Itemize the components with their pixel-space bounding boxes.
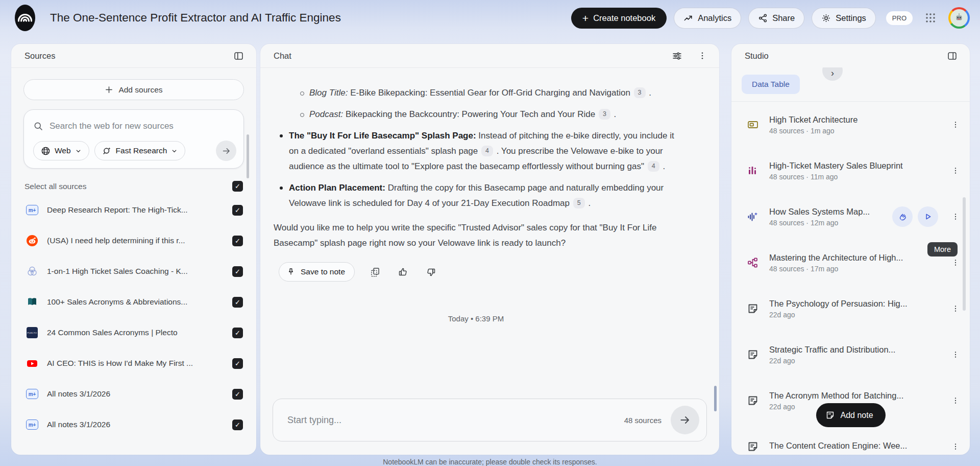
citation-chip[interactable]: 4 <box>481 146 493 156</box>
chat-sub-bullet: Blog Title: E-Bike Bikepacking: Essentia… <box>274 85 678 101</box>
source-row[interactable]: AI CEO: THIS is How I'd Make My First ..… <box>11 348 256 379</box>
pro-badge: PRO <box>886 11 913 25</box>
studio-panel: Studio Data Table › High Ticket Architec… <box>731 44 970 455</box>
web-chip-label: Web <box>55 146 71 155</box>
data-table-chip[interactable]: Data Table <box>742 75 800 94</box>
chat-message: Blog Title: E-Bike Bikepacking: Essentia… <box>260 68 719 327</box>
source-row[interactable]: 1-on-1 High Ticket Sales Coaching - K... <box>11 256 256 287</box>
save-to-note-button[interactable]: Save to note <box>279 262 355 282</box>
source-checkbox[interactable] <box>232 358 243 369</box>
source-row[interactable]: m+ All notes 3/1/2026 <box>11 409 256 440</box>
citation-chip[interactable]: 3 <box>599 109 610 120</box>
collapse-studio-panel-icon[interactable] <box>945 49 960 63</box>
chat-closing-question: Would you like me to help you write the … <box>274 220 678 251</box>
chat-sub-bullet: Podcast: Bikepacking the Backcountry: Po… <box>274 107 678 122</box>
source-row[interactable]: 100+ Sales Acronyms & Abbreviations... <box>11 287 256 317</box>
youtube-icon <box>26 357 39 370</box>
studio-item-row[interactable]: How Sales Systems Map... 48 sources · 12… <box>731 194 970 240</box>
studio-item-menu-icon[interactable] <box>948 164 963 178</box>
studio-item-menu-icon[interactable] <box>948 393 963 408</box>
studio-item-menu-icon[interactable] <box>948 301 963 316</box>
collapse-sources-panel-icon[interactable] <box>231 49 246 63</box>
notebooklm-logo-icon[interactable] <box>14 4 36 32</box>
bullet-text: Bikepacking the Backcountry: Powering Yo… <box>346 109 595 119</box>
notebook-title[interactable]: The One-Sentence Profit Extractor and AI… <box>50 11 341 25</box>
submit-search-button[interactable] <box>216 141 236 161</box>
sources-scrollbar[interactable] <box>247 134 249 178</box>
citation-chip[interactable]: 4 <box>648 161 659 172</box>
play-icon[interactable] <box>918 206 938 227</box>
create-notebook-button[interactable]: + Create notebook <box>571 8 667 29</box>
source-checkbox[interactable] <box>232 236 243 246</box>
source-checkbox[interactable] <box>232 420 243 430</box>
chat-panel: Chat Blog Title: E-Bike Bikepacking: Ess… <box>260 44 719 455</box>
chat-input[interactable] <box>287 415 624 426</box>
studio-item-menu-icon[interactable] <box>948 209 963 224</box>
studio-item-row[interactable]: Strategic Traffic and Distribution... 22… <box>731 332 970 378</box>
avatar[interactable] <box>948 7 970 29</box>
source-title: All notes 3/1/2026 <box>47 420 224 429</box>
studio-item-meta: 22d ago <box>769 357 938 365</box>
studio-item-meta: 48 sources · 11m ago <box>769 173 938 181</box>
flashcards-icon <box>747 119 759 131</box>
source-row[interactable]: PLECTO 24 Common Sales Acronyms | Plecto <box>11 317 256 348</box>
source-title: (USA) I need help determining if this r.… <box>47 236 224 245</box>
studio-scrollbar[interactable] <box>963 197 966 311</box>
apps-grid-icon[interactable] <box>925 12 936 24</box>
chat-more-menu-icon[interactable] <box>696 49 709 62</box>
research-mode-chip[interactable]: Fast Research <box>94 141 186 160</box>
settings-button[interactable]: Settings <box>812 8 876 29</box>
source-checkbox[interactable] <box>232 205 243 216</box>
search-web-input[interactable] <box>50 121 236 131</box>
citation-chip[interactable]: 3 <box>634 87 646 98</box>
add-sources-button[interactable]: Add sources <box>23 79 244 100</box>
source-checkbox[interactable] <box>232 297 243 308</box>
select-all-row: Select all sources <box>11 169 256 195</box>
trend-up-icon <box>683 13 693 23</box>
studio-item-menu-icon[interactable] <box>948 255 963 270</box>
studio-item-row[interactable]: High-Ticket Mastery Sales Blueprint 48 s… <box>731 148 970 194</box>
studio-item-title: The Psychology of Persuasion: Hig... <box>769 299 938 309</box>
chat-settings-sliders-icon[interactable] <box>670 49 684 63</box>
bullet-text: . <box>614 109 617 119</box>
search-icon <box>33 121 43 131</box>
share-button[interactable]: Share <box>748 8 804 29</box>
web-source-type-chip[interactable]: Web <box>33 141 89 160</box>
thumb-up-icon[interactable] <box>396 265 410 279</box>
chat-input-box: 48 sources <box>273 399 707 441</box>
chat-scrollbar[interactable] <box>714 386 717 411</box>
thumb-down-icon[interactable] <box>424 265 438 279</box>
source-title: All notes 3/1/2026 <box>47 389 224 399</box>
citation-chip[interactable]: 5 <box>573 198 585 208</box>
source-row[interactable]: m+ Deep Research Report: The High-Tick..… <box>11 195 256 225</box>
analytics-button[interactable]: Analytics <box>674 8 741 29</box>
studio-item-menu-icon[interactable] <box>948 439 963 454</box>
plus-icon: + <box>582 13 589 24</box>
studio-item-title: How Sales Systems Map... <box>769 207 882 217</box>
studio-item-menu-icon[interactable] <box>948 347 963 362</box>
add-note-button[interactable]: Add note <box>816 403 885 427</box>
source-checkbox[interactable] <box>232 389 243 400</box>
copy-icon[interactable] <box>368 265 382 279</box>
arrow-right-icon <box>679 414 691 426</box>
notebooklm-report-icon: m+ <box>26 203 39 217</box>
send-message-button[interactable] <box>671 406 699 434</box>
studio-item-row[interactable]: The Content Creation Engine: Wee... <box>731 424 970 455</box>
source-checkbox[interactable] <box>232 266 243 277</box>
bullet-label: The "Buy It For Life Basecamp" Splash Pa… <box>289 131 476 141</box>
source-row[interactable]: m+ All notes 3/1/2026 <box>11 379 256 409</box>
studio-item-title: Strategic Traffic and Distribution... <box>769 345 938 355</box>
studio-item-menu-icon[interactable] <box>948 118 963 132</box>
studio-item-row[interactable]: The Psychology of Persuasion: Hig... 22d… <box>731 286 970 332</box>
source-row[interactable]: (USA) I need help determining if this r.… <box>11 225 256 256</box>
select-all-checkbox[interactable] <box>232 181 243 192</box>
source-checkbox[interactable] <box>232 328 243 338</box>
chip-carousel-next-icon[interactable]: › <box>822 67 843 81</box>
bullet-text: . <box>663 161 665 171</box>
share-label: Share <box>772 13 795 23</box>
studio-item-meta: 48 sources · 12m ago <box>769 219 882 227</box>
studio-item-title: High-Ticket Mastery Sales Blueprint <box>769 161 938 171</box>
analytics-label: Analytics <box>698 13 731 23</box>
studio-item-row[interactable]: High Ticket Architecture 48 sources · 1m… <box>731 102 970 148</box>
interactive-mode-icon[interactable] <box>892 206 913 227</box>
